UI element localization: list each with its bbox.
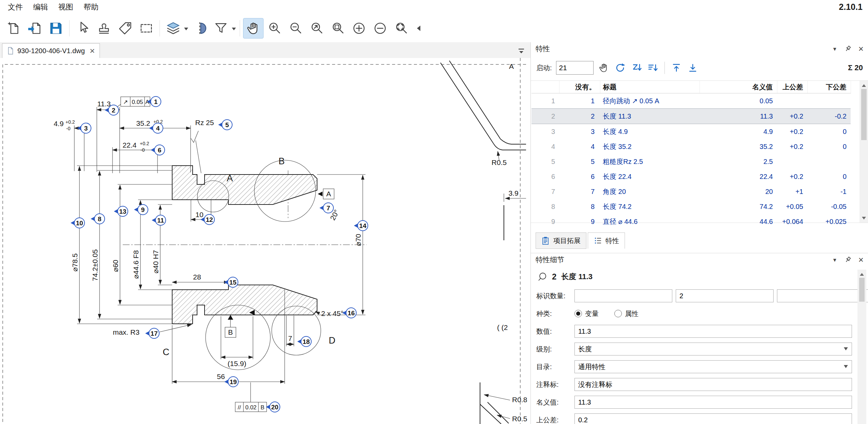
tab-project-extension[interactable]: 项目拓展 — [536, 232, 586, 249]
scrollbar-thumb[interactable] — [859, 278, 865, 302]
col-header-nominal[interactable]: 名义值 — [700, 81, 777, 93]
balloon-6[interactable]: 6 — [151, 145, 165, 155]
sort-list-icon[interactable] — [647, 62, 659, 74]
balloon-18[interactable]: 18 — [297, 336, 311, 347]
id-count-input-2[interactable] — [676, 289, 774, 302]
document-tab[interactable]: 930-1200-406-V1.dwg × — [2, 43, 100, 58]
cell-nom[interactable]: 22.4 — [700, 169, 777, 184]
balloon-4[interactable]: 4 — [149, 123, 163, 133]
col-header-lower[interactable]: 下公差 — [807, 81, 851, 93]
cell-lo[interactable] — [807, 154, 851, 169]
cell-nom[interactable]: 44.6 — [700, 214, 777, 229]
cell-title[interactable]: 粗糙度Rz 2.5 — [600, 154, 700, 169]
details-scrollbar[interactable] — [857, 270, 866, 424]
stamp-button[interactable] — [94, 18, 114, 39]
cell-title[interactable]: 长度 35.2 — [600, 139, 700, 154]
col-header-title[interactable]: 标题 — [600, 81, 700, 93]
menu-item-3[interactable]: 帮助 — [78, 1, 104, 14]
scroll-up-icon[interactable] — [859, 81, 868, 89]
cell-up[interactable]: +0.2 — [777, 139, 807, 154]
cell-nom[interactable]: 35.2 — [700, 139, 777, 154]
cell-no[interactable]: 3 — [559, 124, 600, 139]
scroll-down-icon[interactable] — [859, 214, 868, 223]
hand-icon[interactable] — [598, 62, 610, 74]
collapse-left-icon[interactable] — [414, 26, 420, 31]
upper-tolerance-input[interactable] — [574, 413, 852, 424]
cell-no[interactable]: 6 — [559, 169, 600, 184]
layers-dropdown-icon[interactable] — [184, 28, 188, 32]
cell-idx[interactable]: 8 — [532, 199, 559, 214]
balloon-9[interactable]: 9 — [134, 205, 148, 215]
balloon-5[interactable]: 5 — [218, 120, 232, 130]
id-count-input-1[interactable] — [574, 289, 672, 302]
cell-idx[interactable]: 6 — [532, 169, 559, 184]
cell-title[interactable]: 径向跳动 ↗ 0.05 A — [600, 93, 700, 109]
catalog-select[interactable] — [574, 360, 852, 373]
cell-nom[interactable]: 20 — [700, 184, 777, 199]
cell-up[interactable] — [777, 93, 807, 109]
cell-idx[interactable]: 2 — [532, 109, 559, 124]
zoom-selection-button[interactable] — [328, 18, 348, 39]
balloon-15[interactable]: 15 — [224, 277, 238, 287]
cell-no[interactable]: 8 — [559, 199, 600, 214]
cell-idx[interactable]: 3 — [532, 124, 559, 139]
cell-lo[interactable]: -1 — [807, 184, 851, 199]
filter-button[interactable] — [211, 18, 231, 39]
panel-close-icon[interactable]: × — [858, 256, 864, 263]
table-row[interactable]: 99直径 ⌀ 44.644.6+0.064+0.025 — [532, 214, 851, 229]
cell-no[interactable]: 2 — [559, 109, 600, 124]
cell-up[interactable]: +0.2 — [777, 169, 807, 184]
tab-properties[interactable]: 特性 — [588, 232, 625, 249]
cell-no[interactable]: 9 — [559, 214, 600, 229]
tag-button[interactable] — [115, 18, 135, 39]
cell-lo[interactable]: 0 — [807, 139, 851, 154]
col-header-upper[interactable]: 上公差 — [777, 81, 807, 93]
menu-item-0[interactable]: 文件 — [3, 1, 28, 14]
menu-item-1[interactable]: 编辑 — [28, 1, 53, 14]
cell-up[interactable] — [777, 154, 807, 169]
panel-chevron-down-icon[interactable]: ▼ — [832, 257, 837, 263]
menu-item-2[interactable]: 视图 — [53, 1, 78, 14]
cell-title[interactable]: 长度 74.2 — [600, 199, 700, 214]
cell-nom[interactable]: 74.2 — [700, 199, 777, 214]
filter-dropdown-icon[interactable] — [232, 28, 236, 32]
cell-lo[interactable]: 0 — [807, 169, 851, 184]
class-select[interactable] — [574, 343, 852, 355]
balloon-8[interactable]: 8 — [91, 214, 105, 224]
select-cursor-button[interactable] — [73, 18, 93, 39]
marquee-select-button[interactable] — [136, 18, 156, 39]
cell-no[interactable]: 4 — [559, 139, 600, 154]
cell-up[interactable]: +0.05 — [777, 199, 807, 214]
new-document-button[interactable] — [3, 18, 24, 39]
cell-lo[interactable]: -0.2 — [807, 109, 851, 124]
panel-chevron-down-icon[interactable]: ▼ — [832, 46, 837, 52]
pin-icon[interactable] — [844, 256, 852, 263]
cell-up[interactable]: +0.064 — [777, 214, 807, 229]
balloon-10[interactable]: 10 — [71, 218, 85, 228]
cell-nom[interactable]: 11.3 — [700, 109, 777, 124]
value-input[interactable] — [574, 325, 852, 338]
cell-no[interactable]: 1 — [559, 93, 600, 109]
cell-title[interactable]: 长度 11.3 — [600, 109, 700, 124]
scrollbar-thumb[interactable] — [861, 89, 867, 140]
cell-idx[interactable]: 4 — [532, 139, 559, 154]
pan-button[interactable] — [243, 18, 264, 39]
cell-idx[interactable]: 5 — [532, 154, 559, 169]
cell-lo[interactable]: 0 — [807, 124, 851, 139]
balloon-17[interactable]: 17 — [145, 328, 159, 338]
mirror-button[interactable] — [190, 18, 210, 39]
balloon-14[interactable]: 14 — [354, 221, 368, 231]
col-header-no[interactable]: 没有。 — [559, 81, 600, 93]
refresh-icon[interactable] — [614, 62, 626, 74]
cell-up[interactable]: +0.2 — [777, 109, 807, 124]
cell-title[interactable]: 长度 22.4 — [600, 169, 700, 184]
scroll-up-icon[interactable] — [857, 270, 866, 278]
table-row[interactable]: 22长度 11.311.3+0.2-0.2 — [532, 109, 851, 124]
table-row[interactable]: 55粗糙度Rz 2.52.5 — [532, 154, 851, 169]
balloon-7[interactable]: 7 — [319, 203, 333, 213]
move-top-icon[interactable] — [670, 62, 683, 74]
balloon-13[interactable]: 13 — [114, 206, 128, 216]
zoom-window-button[interactable] — [391, 18, 411, 39]
cell-idx[interactable]: 9 — [532, 214, 559, 229]
move-bottom-icon[interactable] — [687, 62, 699, 74]
